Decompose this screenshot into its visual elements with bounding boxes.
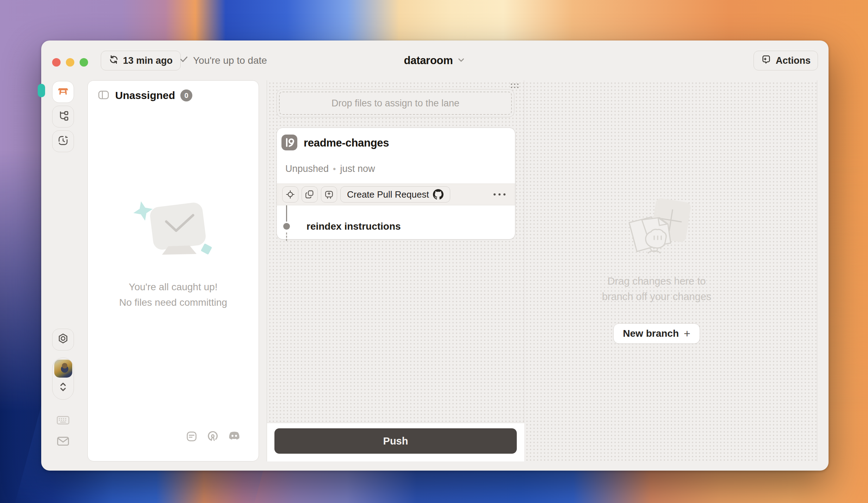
push-button[interactable]: Push	[274, 428, 517, 454]
zoom-button[interactable]	[80, 58, 88, 67]
branches-icon	[57, 110, 69, 123]
meta-separator: •	[333, 164, 336, 174]
sidebar-item-history[interactable]	[52, 130, 74, 152]
unassigned-count-badge: 0	[180, 89, 192, 101]
keyboard-shortcuts-button[interactable]	[52, 414, 74, 426]
new-branch-button[interactable]: New branch +	[613, 323, 700, 344]
create-pull-request-button[interactable]: Create Pull Request	[340, 186, 450, 203]
workspace-table-icon	[57, 85, 69, 99]
content-area: Unassigned 0 You're all caught up! No fi…	[41, 80, 829, 461]
create-pr-label: Create Pull Request	[347, 189, 429, 200]
gear-icon	[57, 333, 69, 346]
empty-subtitle: No files need committing	[88, 295, 259, 310]
notes-icon[interactable]	[185, 430, 198, 444]
lane-footer: Push	[267, 423, 524, 461]
project-selector[interactable]: dataroom	[404, 41, 466, 80]
unassigned-empty-state: You're all caught up! No files need comm…	[88, 197, 259, 310]
github-icon	[433, 189, 444, 200]
desktop-wallpaper: 13 min ago You're up to date dataroom	[0, 0, 868, 503]
discord-icon[interactable]	[228, 430, 241, 444]
new-branch-label: New branch	[623, 328, 679, 339]
commit-list: reindex instructions	[277, 205, 515, 239]
file-dropzone[interactable]: Drop files to assign to the lane	[277, 89, 514, 117]
history-clock-icon	[57, 135, 69, 148]
ellipsis-icon	[494, 193, 496, 195]
unassigned-header: Unassigned 0	[88, 81, 259, 103]
feedback-mail-button[interactable]	[52, 435, 74, 447]
drag-hint-line1: Drag changes here to	[544, 273, 769, 289]
drag-changes-illustration	[614, 197, 699, 267]
sync-icon	[109, 55, 119, 67]
copy-icon	[304, 189, 315, 200]
lane-drag-handle-icon[interactable]	[511, 83, 519, 89]
status-label: You're up to date	[193, 55, 267, 66]
avatar[interactable]	[54, 360, 72, 378]
chevron-down-icon	[457, 55, 466, 66]
commit-graph-line	[286, 205, 287, 222]
actions-label: Actions	[776, 55, 811, 66]
panel-toggle-icon[interactable]	[97, 88, 110, 103]
plus-icon: +	[684, 327, 690, 340]
branch-name: readme-changes	[304, 137, 389, 149]
commit-message[interactable]: reindex instructions	[306, 221, 401, 232]
actions-sparkle-icon	[761, 54, 771, 67]
project-name: dataroom	[404, 54, 453, 67]
crosshair-icon	[285, 189, 296, 200]
add-dependent-branch-button[interactable]	[321, 186, 337, 203]
sidebar-item-workspace[interactable]	[52, 81, 74, 103]
titlebar: 13 min ago You're up to date dataroom	[41, 41, 829, 80]
panel-footer-links	[185, 430, 241, 444]
commit-dot	[283, 223, 290, 230]
caught-up-illustration	[120, 197, 226, 267]
workspace-canvas: Drop files to assign to the lane	[267, 80, 817, 461]
dropzone-hint: Drop files to assign to the lane	[331, 98, 459, 109]
commit-target-button[interactable]	[282, 186, 298, 203]
unassigned-title: Unassigned	[115, 89, 175, 101]
push-label: Push	[383, 435, 408, 447]
empty-title: You're all caught up!	[88, 279, 259, 295]
branch-card: readme-changes Unpushed • just now	[277, 128, 515, 240]
branch-actions-row: Create Pull Request	[277, 184, 515, 205]
branch-meta: Unpushed • just now	[285, 163, 375, 174]
profile-switcher[interactable]	[52, 358, 74, 400]
close-button[interactable]	[52, 58, 61, 67]
sidebar-item-branches[interactable]	[52, 106, 74, 128]
check-icon	[179, 55, 188, 66]
branch-menu-button[interactable]	[494, 193, 510, 195]
stacked-branch-icon	[324, 189, 334, 200]
traffic-lights	[52, 58, 88, 67]
unassigned-panel: Unassigned 0 You're all caught up! No fi…	[87, 80, 259, 461]
branch-time: just now	[340, 163, 375, 174]
push-status: Unpushed	[285, 163, 329, 174]
keyboard-icon	[56, 414, 70, 426]
actions-button[interactable]: Actions	[754, 51, 818, 70]
open-source-icon[interactable]	[206, 430, 219, 444]
chevron-up-down-icon	[57, 380, 69, 396]
commit-graph-dashed	[286, 232, 287, 241]
app-window: 13 min ago You're up to date dataroom	[41, 41, 829, 471]
branch-badge-icon	[281, 135, 297, 150]
mail-icon	[56, 435, 70, 447]
minimize-button[interactable]	[66, 58, 74, 67]
sync-status: You're up to date	[179, 41, 267, 80]
sync-button[interactable]: 13 min ago	[101, 51, 181, 70]
branch-card-header[interactable]: readme-changes Unpushed • just now	[277, 128, 515, 184]
copy-button[interactable]	[302, 186, 318, 203]
sync-label: 13 min ago	[123, 55, 173, 66]
new-branch-dropzone[interactable]: Drag changes here to branch off your cha…	[544, 197, 769, 344]
settings-button[interactable]	[52, 329, 74, 350]
drag-hint-line2: branch off your changes	[544, 289, 769, 304]
branch-lane: Drop files to assign to the lane	[267, 80, 524, 461]
